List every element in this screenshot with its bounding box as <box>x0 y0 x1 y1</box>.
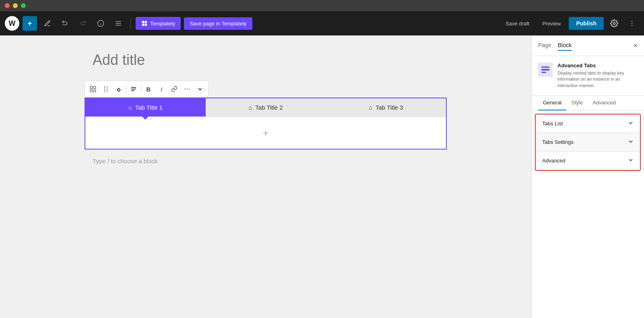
block-tab[interactable]: Block <box>558 40 572 51</box>
tab-item-3[interactable]: ⌂ Tab Title 3 <box>326 98 446 116</box>
block-text-info: Advanced Tabs Display nested tabs to dis… <box>557 62 638 89</box>
pen-tool-button[interactable] <box>40 16 55 31</box>
redo-button[interactable] <box>76 16 90 31</box>
tabs-header: ⌂ Tab Title 1 ⌂ Tab Title 2 ⌂ Tab Title … <box>85 98 446 116</box>
page-title-input[interactable] <box>85 52 447 69</box>
svg-rect-17 <box>94 90 96 92</box>
editor-inner: B I ⌂ Tab <box>85 52 447 173</box>
svg-point-18 <box>104 87 105 87</box>
block-placeholder[interactable]: Type / to choose a block <box>85 150 447 173</box>
highlighted-accordion-group: Tabs List Tabs Settings Advanced <box>535 114 641 171</box>
svg-point-23 <box>107 91 107 91</box>
align-button[interactable] <box>127 83 140 96</box>
block-toolbar: B I <box>85 81 208 98</box>
link-button[interactable] <box>168 83 181 96</box>
undo-button[interactable] <box>58 16 72 31</box>
block-toolbar-divider-1 <box>126 84 126 94</box>
tabs-list-accordion: Tabs List <box>536 114 640 133</box>
more-options-button[interactable] <box>625 16 639 31</box>
block-type-button[interactable] <box>87 83 99 96</box>
block-description: Display nested tabs to display key infor… <box>557 70 638 89</box>
svg-point-13 <box>632 25 632 26</box>
dropdown-button[interactable] <box>194 83 206 96</box>
svg-point-27 <box>185 89 186 89</box>
advanced-panel-tab[interactable]: Advanced <box>588 96 621 110</box>
svg-rect-7 <box>145 21 147 23</box>
italic-button[interactable]: I <box>155 83 168 96</box>
close-button[interactable] <box>5 3 10 8</box>
panel-tabs: General Style Advanced <box>532 96 644 110</box>
add-block-button[interactable]: + <box>23 16 37 31</box>
general-panel-tab[interactable]: General <box>538 96 566 110</box>
drag-handle-button[interactable] <box>99 83 112 96</box>
svg-point-12 <box>632 23 632 24</box>
tabs-list-chevron-icon <box>628 120 634 127</box>
svg-point-20 <box>104 89 105 89</box>
sidebar-tabs: Page Block <box>538 40 572 51</box>
save-draft-button[interactable]: Save draft <box>501 17 534 30</box>
publish-button[interactable]: Publish <box>569 17 604 30</box>
svg-rect-14 <box>90 86 92 88</box>
svg-rect-9 <box>145 24 147 26</box>
svg-rect-8 <box>142 24 144 26</box>
tabs-settings-accordion-header[interactable]: Tabs Settings <box>536 133 640 151</box>
block-toolbar-divider-2 <box>141 84 141 94</box>
main-layout: B I ⌂ Tab <box>0 35 644 318</box>
save-templately-button[interactable]: Save page in Templately <box>184 17 252 30</box>
tabs-settings-accordion: Tabs Settings <box>536 133 640 152</box>
info-button[interactable] <box>93 16 108 31</box>
tab1-home-icon: ⌂ <box>128 104 132 111</box>
svg-rect-15 <box>94 86 96 88</box>
tabs-block: ⌂ Tab Title 1 ⌂ Tab Title 2 ⌂ Tab Title … <box>85 98 447 150</box>
preview-button[interactable]: Preview <box>537 17 566 30</box>
tabs-settings-label: Tabs Settings <box>542 139 574 145</box>
svg-rect-6 <box>142 21 144 23</box>
tabs-list-label: Tabs List <box>542 121 563 127</box>
svg-rect-16 <box>90 90 92 92</box>
settings-button[interactable] <box>607 16 621 31</box>
advanced-label: Advanced <box>542 158 566 164</box>
bold-button[interactable]: B <box>142 83 155 96</box>
advanced-chevron-icon <box>628 157 634 164</box>
sidebar-header: Page Block × <box>532 35 644 56</box>
editor-area[interactable]: B I ⌂ Tab <box>0 35 531 318</box>
svg-point-21 <box>107 89 107 89</box>
sidebar-close-button[interactable]: × <box>633 42 638 50</box>
block-title: Advanced Tabs <box>557 62 638 69</box>
tabs-settings-chevron-icon <box>628 139 634 145</box>
tab-item-1[interactable]: ⌂ Tab Title 1 <box>85 98 206 116</box>
titlebar <box>0 0 644 11</box>
svg-point-19 <box>107 87 107 87</box>
main-toolbar: W + Templately Save page in Templately S… <box>0 11 644 35</box>
maximize-button[interactable] <box>21 3 26 8</box>
templately-button[interactable]: Templately <box>136 17 181 30</box>
style-panel-tab[interactable]: Style <box>566 96 588 110</box>
right-sidebar: Page Block × Advanced Tabs Dis <box>531 35 644 318</box>
minimize-button[interactable] <box>13 3 18 8</box>
wp-logo[interactable]: W <box>5 16 19 31</box>
svg-point-28 <box>187 89 188 89</box>
move-up-down-button[interactable] <box>112 83 125 96</box>
advanced-accordion: Advanced <box>536 152 640 170</box>
toolbar-divider-1 <box>130 19 131 28</box>
tab2-home-icon: ⌂ <box>248 104 252 111</box>
block-icon <box>538 62 553 77</box>
block-more-options-button[interactable] <box>181 83 194 96</box>
svg-point-29 <box>189 89 190 89</box>
svg-point-11 <box>632 21 632 22</box>
tab3-home-icon: ⌂ <box>369 104 372 111</box>
list-view-button[interactable] <box>111 16 126 31</box>
block-info-section: Advanced Tabs Display nested tabs to dis… <box>532 56 644 96</box>
svg-point-22 <box>104 91 105 91</box>
page-tab[interactable]: Page <box>538 40 551 51</box>
advanced-accordion-header[interactable]: Advanced <box>536 152 640 170</box>
tab-content-area[interactable]: + <box>85 116 446 149</box>
tabs-list-accordion-header[interactable]: Tabs List <box>536 114 640 133</box>
tab-item-2[interactable]: ⌂ Tab Title 2 <box>206 98 326 116</box>
svg-point-10 <box>613 23 615 25</box>
